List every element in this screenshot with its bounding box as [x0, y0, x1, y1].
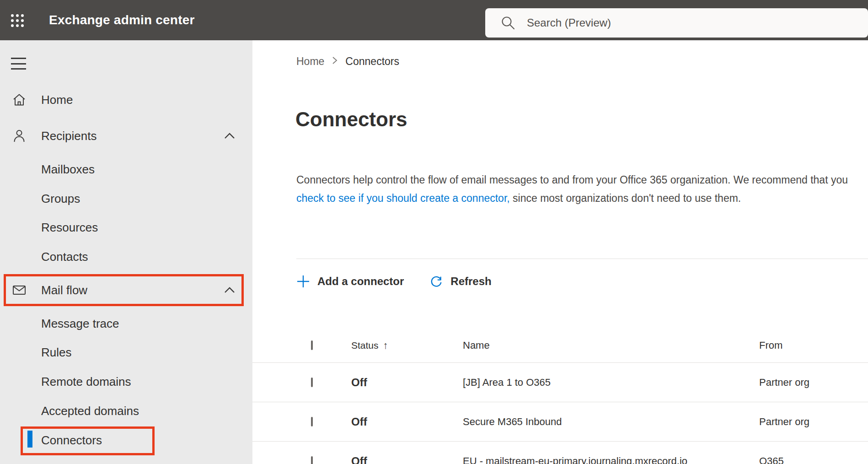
select-all-checkbox[interactable] — [311, 340, 313, 350]
breadcrumb: Home Connectors — [296, 54, 399, 69]
sidebar-item-recipients[interactable]: Recipients — [0, 121, 252, 151]
sidebar-item-message-trace[interactable]: Message trace — [0, 309, 252, 338]
column-header-status[interactable]: Status ↑ — [351, 340, 388, 351]
column-header-from[interactable]: From — [759, 340, 782, 351]
search-placeholder: Search (Preview) — [527, 16, 611, 29]
sidebar-item-mail-flow[interactable]: Mail flow — [0, 275, 252, 305]
main-content: Home Connectors Connectors Connectors he… — [252, 40, 868, 464]
table-row[interactable]: Off EU - mailstream-eu-primary.journalin… — [252, 441, 868, 464]
page-title: Connectors — [295, 108, 407, 131]
status-cell: Off — [351, 376, 367, 389]
sidebar-item-resources[interactable]: Resources — [0, 213, 252, 242]
sidebar-item-groups[interactable]: Groups — [0, 184, 252, 213]
home-icon — [12, 93, 27, 106]
selected-item-indicator — [27, 431, 32, 448]
row-checkbox[interactable] — [311, 417, 313, 426]
chevron-right-icon — [332, 55, 338, 68]
sidebar-item-connectors[interactable]: Connectors — [0, 426, 252, 455]
exchange-admin-center: Exchange admin center Search (Preview) H… — [0, 0, 868, 464]
person-icon — [12, 129, 27, 143]
toolbar: Add a connector Refresh — [296, 271, 492, 291]
app-launcher-icon[interactable] — [10, 13, 25, 28]
sidebar-nav: Home Recipients Mailboxes Groups Resourc… — [0, 40, 252, 464]
add-connector-button[interactable]: Add a connector — [296, 275, 404, 288]
chevron-up-icon[interactable] — [224, 287, 235, 295]
sidebar-item-accepted-domains[interactable]: Accepted domains — [0, 396, 252, 426]
plus-icon — [296, 275, 310, 288]
connector-name-cell[interactable]: EU - mailstream-eu-primary.journaling.mx… — [463, 455, 687, 464]
breadcrumb-home-link[interactable]: Home — [296, 55, 324, 68]
app-title: Exchange admin center — [49, 0, 195, 40]
search-icon — [500, 15, 516, 31]
status-cell: Off — [351, 415, 367, 428]
row-checkbox[interactable] — [311, 456, 313, 464]
refresh-icon — [429, 275, 443, 288]
topbar: Exchange admin center Search (Preview) — [0, 0, 868, 40]
table-header-row: Status ↑ Name From — [252, 329, 868, 362]
table-row[interactable]: Off Secure M365 Inbound Partner org — [252, 402, 868, 442]
from-cell: Partner org — [759, 416, 809, 428]
description-text: Connectors help control the flow of emai… — [296, 174, 848, 186]
page-description: Connectors help control the flow of emai… — [296, 171, 857, 207]
sidebar-item-contacts[interactable]: Contacts — [0, 242, 252, 271]
connector-name-cell[interactable]: Secure M365 Inbound — [463, 416, 562, 428]
description-text: since most organizations don't need to u… — [510, 192, 741, 204]
sidebar-item-home[interactable]: Home — [0, 85, 252, 114]
menu-toggle-icon[interactable] — [11, 58, 26, 70]
search-input[interactable]: Search (Preview) — [485, 8, 868, 38]
column-header-name[interactable]: Name — [463, 340, 490, 351]
sidebar-item-mailboxes[interactable]: Mailboxes — [0, 155, 252, 184]
sidebar-item-rules[interactable]: Rules — [0, 338, 252, 367]
row-checkbox[interactable] — [311, 378, 313, 387]
sort-ascending-icon: ↑ — [383, 340, 388, 351]
status-cell: Off — [351, 455, 367, 464]
mail-icon — [12, 285, 27, 296]
connector-name-cell[interactable]: [JB] Area 1 to O365 — [463, 377, 551, 388]
from-cell: O365 — [759, 455, 784, 464]
toolbar-divider — [296, 259, 868, 259]
chevron-up-icon[interactable] — [224, 133, 235, 141]
breadcrumb-current: Connectors — [345, 55, 399, 68]
refresh-button[interactable]: Refresh — [429, 275, 491, 288]
table-row[interactable]: Off [JB] Area 1 to O365 Partner org — [252, 362, 868, 402]
create-connector-check-link[interactable]: check to see if you should create a conn… — [296, 192, 510, 204]
from-cell: Partner org — [759, 377, 809, 388]
sidebar-item-remote-domains[interactable]: Remote domains — [0, 367, 252, 396]
